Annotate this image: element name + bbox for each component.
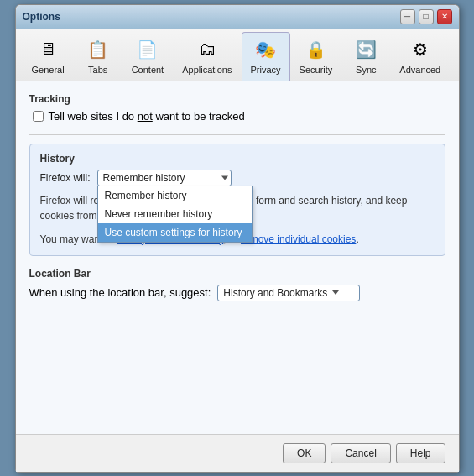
history-select[interactable]: Remember history	[97, 170, 232, 186]
history-select-container: Remember history Remember history Never …	[97, 170, 232, 186]
not-underline: not	[138, 110, 153, 123]
tab-sync[interactable]: 🔄 Sync	[341, 32, 390, 81]
window-controls: ─ □ ✕	[400, 9, 452, 24]
privacy-icon: 🎭	[253, 36, 279, 63]
tab-applications-label: Applications	[182, 65, 232, 75]
tab-tabs-label: Tabs	[88, 65, 107, 75]
tab-advanced[interactable]: ⚙ Advanced	[390, 32, 450, 81]
footer: OK Cancel Help	[16, 434, 459, 472]
location-bar-suggest-select[interactable]: History and Bookmarks	[217, 285, 360, 301]
tab-applications[interactable]: 🗂 Applications	[173, 32, 241, 81]
tab-content-label: Content	[132, 65, 164, 75]
period-text: .	[356, 233, 358, 245]
tab-general-label: General	[32, 65, 65, 75]
content-icon: 📄	[134, 36, 161, 63]
tracking-section: Tracking Tell web sites I do not want to…	[29, 93, 445, 123]
tab-advanced-label: Advanced	[399, 65, 440, 75]
separator-1	[29, 134, 445, 135]
history-select-arrow-icon	[221, 175, 228, 180]
history-section-title: History	[40, 153, 435, 165]
tab-bar: 🖥 General 📋 Tabs 📄 Content 🗂 Application…	[16, 29, 459, 81]
tabs-icon: 📋	[85, 36, 112, 63]
history-dropdown: Remember history Never remember history …	[97, 186, 253, 243]
tracking-checkbox[interactable]	[33, 111, 44, 122]
cancel-button[interactable]: Cancel	[331, 443, 390, 463]
window-title: Options	[23, 11, 60, 23]
history-row: Firefox will: Remember history Remember …	[40, 170, 435, 186]
tab-privacy-label: Privacy	[251, 65, 281, 75]
history-section: History Firefox will: Remember history R…	[29, 144, 445, 256]
firefox-will-label: Firefox will:	[40, 172, 91, 184]
title-bar: Options ─ □ ✕	[16, 5, 459, 29]
location-bar-section: Location Bar When using the location bar…	[29, 268, 445, 301]
security-icon: 🔒	[302, 36, 329, 63]
tab-security-label: Security	[300, 65, 333, 75]
dropdown-item-never[interactable]: Never remember history	[98, 205, 252, 223]
tab-general[interactable]: 🖥 General	[23, 32, 74, 81]
maximize-button[interactable]: □	[419, 9, 434, 24]
dropdown-item-custom[interactable]: Use custom settings for history	[98, 223, 252, 242]
content-area: Tracking Tell web sites I do not want to…	[16, 81, 459, 434]
dropdown-item-remember[interactable]: Remember history	[98, 186, 252, 205]
applications-icon: 🗂	[194, 36, 221, 63]
history-selected-value: Remember history	[103, 172, 185, 184]
location-bar-row: When using the location bar, suggest: Hi…	[29, 285, 445, 301]
remove-cookies-link[interactable]: remove individual cookies	[241, 233, 356, 245]
advanced-icon: ⚙	[407, 36, 434, 63]
options-window: Options ─ □ ✕ 🖥 General 📋 Tabs 📄 Content…	[15, 4, 460, 473]
suggest-value: History and Bookmarks	[223, 287, 327, 299]
sync-icon: 🔄	[352, 36, 379, 63]
tab-sync-label: Sync	[356, 65, 376, 75]
tracking-section-title: Tracking	[29, 93, 445, 105]
tab-security[interactable]: 🔒 Security	[290, 32, 342, 81]
location-bar-when-label: When using the location bar, suggest:	[29, 286, 211, 299]
close-button[interactable]: ✕	[437, 9, 452, 24]
tracking-checkbox-row: Tell web sites I do not want to be track…	[33, 110, 445, 123]
general-icon: 🖥	[34, 36, 61, 63]
location-bar-title: Location Bar	[29, 268, 445, 280]
ok-button[interactable]: OK	[283, 443, 326, 463]
tracking-label: Tell web sites I do not want to be track…	[49, 110, 245, 123]
tab-privacy[interactable]: 🎭 Privacy	[242, 32, 290, 81]
help-button[interactable]: Help	[396, 443, 445, 463]
tab-content[interactable]: 📄 Content	[122, 32, 174, 81]
tab-tabs[interactable]: 📋 Tabs	[74, 32, 122, 81]
minimize-button[interactable]: ─	[400, 9, 415, 24]
suggest-select-arrow-icon	[332, 290, 339, 295]
